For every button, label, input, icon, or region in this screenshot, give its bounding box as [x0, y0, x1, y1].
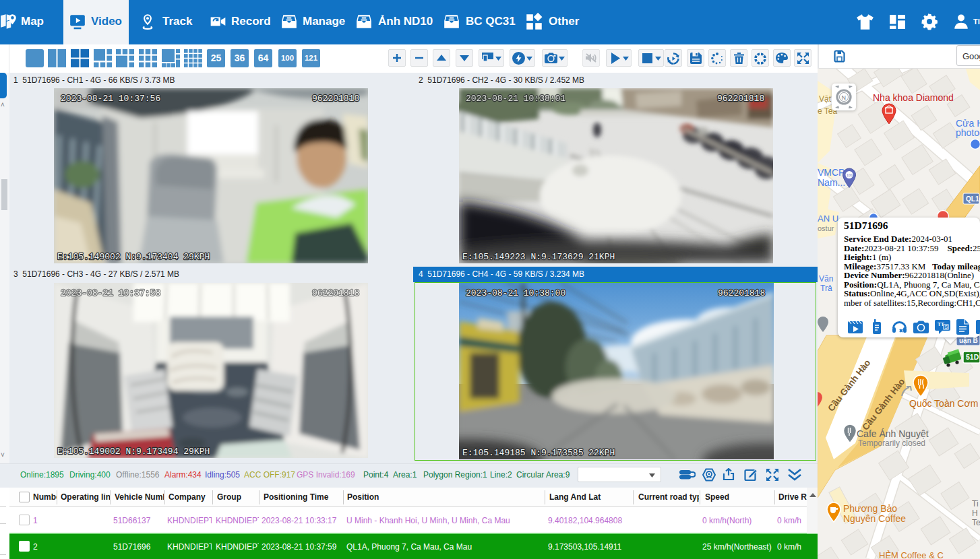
- svg-text:Nguyên Coffee: Nguyên Coffee: [843, 513, 906, 524]
- svg-text:E:105.149002 N:9.173404 29KPH: E:105.149002 N:9.173404 29KPH: [57, 252, 210, 262]
- svg-text:2023-08-21 10:37:58: 2023-08-21 10:37:58: [61, 288, 160, 298]
- svg-text:Trả: Trả: [820, 284, 832, 293]
- svg-text:S: S: [945, 325, 948, 329]
- svg-text:photocopy Việt: photocopy Việt: [956, 127, 980, 138]
- svg-text:E:105.149223 N:9.173629 21KPH: E:105.149223 N:9.173629 21KPH: [462, 252, 615, 262]
- svg-text:E:105.149185 N:9.173585 22KPH: E:105.149185 N:9.173585 22KPH: [462, 448, 615, 458]
- svg-text:E:105.149002 N:9.173494 29KPH: E:105.149002 N:9.173494 29KPH: [57, 447, 210, 457]
- svg-text:Phương Bảo: Phương Bảo: [843, 503, 897, 514]
- svg-text:962201818: 962201818: [718, 288, 765, 298]
- svg-text:51D: 51D: [966, 353, 979, 361]
- svg-text:Nha khoa Diamond: Nha khoa Diamond: [873, 92, 954, 103]
- svg-text:962201818: 962201818: [717, 94, 764, 104]
- svg-text:Quốc Toàn Cơm T: Quốc Toàn Cơm T: [909, 398, 980, 409]
- svg-text:Vặt: Vặt: [819, 94, 832, 104]
- svg-text:N: N: [842, 94, 847, 101]
- svg-text:Nam...: Nam...: [818, 177, 845, 188]
- svg-text:Ti: Ti: [972, 499, 979, 508]
- svg-text:AN U: AN U: [818, 213, 838, 224]
- svg-text:2023-08-21 10:38:01: 2023-08-21 10:38:01: [466, 94, 565, 104]
- svg-text:Temporarily closed: Temporarily closed: [858, 438, 925, 448]
- svg-text:TT: TT: [938, 321, 944, 327]
- svg-text:H: H: [972, 508, 978, 518]
- svg-text:ostur: ostur: [818, 224, 834, 232]
- svg-text:100: 100: [847, 173, 853, 177]
- svg-text:HẺM Coffee & C: HẺM Coffee & C: [879, 550, 944, 559]
- svg-text:962201818: 962201818: [312, 288, 359, 298]
- svg-text:VMCP: VMCP: [818, 167, 845, 178]
- svg-text:uận B: uận B: [959, 337, 978, 345]
- svg-text:2023-08-21 10:38:00: 2023-08-21 10:38:00: [466, 288, 565, 298]
- svg-text:962201818: 962201818: [312, 94, 359, 104]
- svg-text:Văn: Văn: [819, 274, 833, 284]
- svg-text:Te: Te: [972, 518, 980, 527]
- svg-text:QL1: QL1: [966, 195, 979, 203]
- svg-text:2023-08-21 10:37:56: 2023-08-21 10:37:56: [61, 94, 160, 104]
